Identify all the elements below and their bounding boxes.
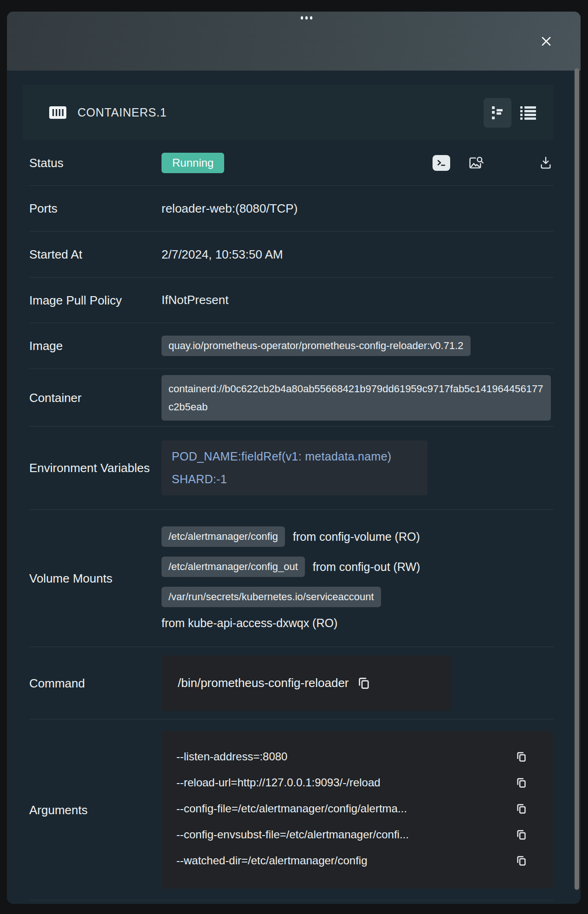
env-variable: POD_NAME:fieldRef(v1: metadata.name) [172, 450, 417, 463]
argument-row: --watched-dir=/etc/alertmanager/config [176, 848, 528, 874]
row-command: Command /bin/prometheus-config-reloader [29, 647, 554, 720]
row-arguments: Arguments --listen-address=:8080 [29, 720, 554, 901]
started-at-value: 2/7/2024, 10:53:50 AM [162, 247, 554, 262]
argument-value: --config-file=/etc/alertmanager/config/a… [176, 802, 407, 815]
modal-header [7, 12, 581, 71]
argument-row: --reload-url=http://127.0.0.1:9093/-/rel… [176, 770, 528, 796]
terminal-icon [436, 157, 447, 169]
copy-icon [515, 855, 528, 867]
card-title: CONTAINERS.1 [78, 106, 167, 119]
row-image: Image quay.io/prometheus-operator/promet… [29, 323, 554, 369]
argument-value: --reload-url=http://127.0.0.1:9093/-/rel… [176, 776, 381, 789]
argument-value: --watched-dir=/etc/alertmanager/config [176, 854, 368, 867]
containers-header-card: CONTAINERS.1 [22, 85, 554, 140]
ports-value: reloader-web:(8080/TCP) [162, 201, 554, 216]
volume-mount: /var/run/secrets/kubernetes.io/serviceac… [162, 587, 420, 630]
command-label: Command [29, 672, 162, 694]
download-icon [539, 156, 552, 170]
copy-icon [515, 829, 528, 841]
mount-source: from config-volume (RO) [293, 530, 420, 544]
copy-icon [356, 676, 371, 691]
copy-argument-button[interactable] [515, 803, 528, 815]
close-icon [539, 34, 553, 48]
row-container: Container containerd://b0c622cb2b4a80ab5… [29, 369, 554, 427]
arguments-label: Arguments [29, 799, 162, 821]
image-search-button[interactable] [468, 156, 485, 170]
row-volume-mounts: Volume Mounts /etc/alertmanager/config f… [29, 510, 554, 647]
arguments-box: --listen-address=:8080 --reload-url=h [162, 731, 553, 888]
close-button[interactable] [538, 33, 555, 50]
environment-variables-label: Environment Variables [29, 457, 162, 479]
copy-argument-button[interactable] [515, 855, 528, 867]
ports-label: Ports [29, 197, 162, 220]
volume-mount: /etc/alertmanager/config_out from config… [162, 557, 420, 577]
mount-path-chip: /etc/alertmanager/config_out [162, 557, 305, 577]
list-view-icon [520, 106, 536, 120]
command-value: /bin/prometheus-config-reloader [178, 676, 349, 690]
copy-icon [515, 777, 528, 789]
command-box: /bin/prometheus-config-reloader [162, 655, 451, 711]
argument-value: --config-envsubst-file=/etc/alertmanager… [176, 828, 409, 841]
copy-argument-button[interactable] [515, 751, 528, 763]
mount-path-chip: /var/run/secrets/kubernetes.io/serviceac… [162, 587, 381, 607]
container-icon [49, 106, 66, 119]
row-environment-variables: Environment Variables POD_NAME:fieldRef(… [29, 427, 554, 510]
row-ports: Ports reloader-web:(8080/TCP) [29, 186, 554, 232]
row-image-pull-policy: Image Pull Policy IfNotPresent [29, 278, 554, 323]
detail-view-toggle[interactable] [484, 98, 511, 128]
volume-mounts-list: /etc/alertmanager/config from config-vol… [162, 526, 420, 630]
container-label: Container [29, 387, 162, 409]
argument-row: --config-envsubst-file=/etc/alertmanager… [176, 822, 528, 848]
view-toggle-group [484, 98, 542, 128]
env-variable: SHARD:-1 [172, 473, 417, 486]
volume-mounts-label: Volume Mounts [29, 567, 162, 590]
started-at-label: Started At [29, 243, 162, 266]
image-search-icon [468, 156, 485, 170]
list-view-toggle[interactable] [514, 98, 542, 128]
row-started-at: Started At 2/7/2024, 10:53:50 AM [29, 232, 554, 278]
image-label: Image [29, 335, 162, 357]
image-pull-policy-label: Image Pull Policy [29, 289, 162, 311]
download-button[interactable] [539, 156, 552, 170]
status-label: Status [29, 152, 162, 174]
copy-argument-button[interactable] [515, 829, 528, 841]
copy-icon [515, 751, 528, 763]
copy-command-button[interactable] [356, 676, 371, 691]
modal-body: CONTAINERS.1 [7, 85, 581, 904]
argument-row: --listen-address=:8080 [176, 744, 528, 770]
container-actions [433, 155, 554, 171]
copy-argument-button[interactable] [515, 777, 528, 789]
copy-icon [515, 803, 528, 815]
detail-rows: Status Running [29, 140, 554, 901]
environment-variables-box: POD_NAME:fieldRef(v1: metadata.name) SHA… [162, 441, 427, 495]
mount-source: from kube-api-access-dxwqx (RO) [162, 616, 420, 630]
container-details-modal: CONTAINERS.1 [7, 12, 581, 904]
argument-value: --listen-address=:8080 [176, 750, 287, 763]
status-badge: Running [162, 153, 224, 173]
image-chip: quay.io/prometheus-operator/prometheus-c… [162, 336, 471, 356]
image-pull-policy-value: IfNotPresent [162, 293, 554, 307]
scrollbar-thumb[interactable] [575, 68, 579, 890]
mount-source: from config-out (RW) [313, 560, 420, 574]
row-status: Status Running [29, 140, 554, 186]
mount-path-chip: /etc/alertmanager/config [162, 526, 285, 547]
volume-mount: /etc/alertmanager/config from config-vol… [162, 526, 420, 547]
argument-row: --config-file=/etc/alertmanager/config/a… [176, 796, 528, 822]
terminal-button[interactable] [433, 155, 450, 171]
window-menu-dots-icon[interactable] [301, 16, 312, 19]
container-id-chip: containerd://b0c622cb2b4a80ab55668421b97… [162, 375, 551, 421]
detail-view-icon [491, 105, 504, 120]
